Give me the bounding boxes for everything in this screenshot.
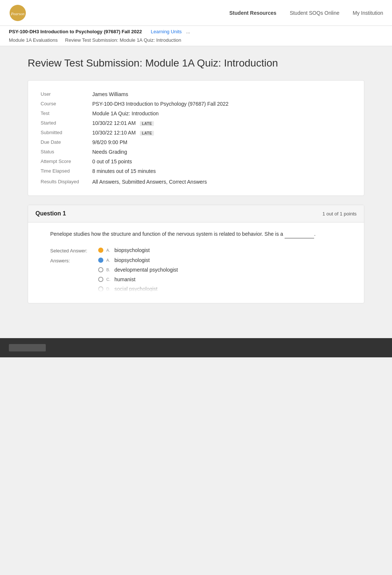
question-1-title: Question 1 — [35, 210, 66, 217]
selected-radio-dot — [98, 248, 103, 253]
question-1-text: Penelope studies how the structure and f… — [50, 230, 342, 238]
user-label: User — [38, 89, 90, 99]
breadcrumb-current: Review Test Submission: Module 1A Quiz: … — [65, 37, 181, 43]
status-value: Needs Grading — [90, 147, 354, 157]
option-letter-c: C. — [106, 277, 111, 282]
breadcrumb-module1a[interactable]: Module 1A Evaluations — [9, 37, 58, 43]
row-results: Results Displayed All Answers, Submitted… — [38, 176, 354, 187]
logo-area: Pearson — [9, 4, 30, 22]
score-label: Attempt Score — [38, 157, 90, 166]
radio-dot-c — [98, 277, 103, 282]
row-test: Test Module 1A Quiz: Introduction — [38, 109, 354, 118]
radio-dot-b — [98, 267, 103, 272]
row-started: Started 10/30/22 12:01 AM LATE — [38, 118, 354, 128]
question-1-section: Question 1 1 out of 1 points Penelope st… — [28, 205, 364, 303]
row-time: Time Elapsed 8 minutes out of 15 minutes — [38, 166, 354, 176]
header: Pearson Student Resources Student SOQs O… — [0, 0, 392, 26]
breadcrumb-course: PSY-100-DH3 Introduction to Psychology (… — [9, 29, 142, 34]
option-letter-b: B. — [106, 268, 111, 272]
results-value: All Answers, Submitted Answers, Correct … — [90, 176, 354, 187]
answers-options: A. biopsychologist B. developmental psyc… — [98, 257, 178, 292]
footer — [0, 338, 392, 357]
answer-option-b: B. developmental psychologist — [98, 267, 178, 273]
option-text-d: social psychologist — [114, 286, 158, 292]
main-content: Review Test Submission: Module 1A Quiz: … — [19, 46, 373, 323]
pearson-logo-icon: Pearson — [9, 4, 27, 22]
row-submitted: Submitted 10/30/22 12:10 AM LATE — [38, 128, 354, 137]
footer-logo — [9, 344, 46, 351]
breadcrumb-learning-units[interactable]: Learning Units — [151, 29, 182, 34]
selected-answer-row: Selected Answer: A. biopsychologist — [50, 247, 342, 254]
score-value: 0 out of 15 points — [90, 157, 354, 166]
submitted-late-badge: LATE — [140, 131, 154, 136]
question-1-points: 1 out of 1 points — [322, 211, 357, 217]
breadcrumb-row2: Module 1A Evaluations Review Test Submis… — [9, 37, 181, 43]
status-label: Status — [38, 147, 90, 157]
submission-info-card: User James Williams Course PSY-100-DH3 I… — [28, 80, 364, 196]
test-label: Test — [38, 109, 90, 118]
option-letter-d: D. — [106, 287, 111, 291]
nav-my-institution[interactable]: My Institution — [353, 10, 383, 16]
breadcrumb-bar: PSY-100-DH3 Introduction to Psychology (… — [0, 26, 392, 46]
radio-dot-d — [98, 286, 103, 292]
submitted-value: 10/30/22 12:10 AM LATE — [90, 128, 354, 137]
started-label: Started — [38, 118, 90, 128]
question-blank — [285, 230, 314, 238]
question-1-body: Penelope studies how the structure and f… — [28, 222, 364, 303]
answers-row: Answers: A. biopsychologist B. developme… — [50, 257, 342, 292]
option-text-a: biopsychologist — [114, 257, 150, 263]
answer-option-a: A. biopsychologist — [98, 257, 178, 263]
page-title: Review Test Submission: Module 1A Quiz: … — [28, 57, 364, 69]
row-score: Attempt Score 0 out of 15 points — [38, 157, 354, 166]
time-label: Time Elapsed — [38, 166, 90, 176]
selected-answer-option: A. biopsychologist — [98, 247, 150, 253]
row-status: Status Needs Grading — [38, 147, 354, 157]
time-value: 8 minutes out of 15 minutes — [90, 166, 354, 176]
started-value: 10/30/22 12:01 AM LATE — [90, 118, 354, 128]
nav-links: Student Resources Student SOQs Online My… — [229, 10, 383, 16]
option-text-c: humanist — [114, 276, 135, 282]
test-value: Module 1A Quiz: Introduction — [90, 109, 354, 118]
answer-option-c: C. humanist — [98, 276, 178, 282]
started-late-badge: LATE — [140, 121, 154, 126]
row-due: Due Date 9/6/20 9:00 PM — [38, 137, 354, 147]
selected-option-letter: A. — [106, 248, 111, 252]
answer-option-d: D. social psychologist — [98, 286, 178, 292]
selected-answer-options: A. biopsychologist — [98, 247, 150, 253]
due-label: Due Date — [38, 137, 90, 147]
nav-student-soqs[interactable]: Student SOQs Online — [290, 10, 340, 16]
nav-student-resources[interactable]: Student Resources — [229, 10, 276, 16]
results-label: Results Displayed — [38, 176, 90, 187]
course-value: PSY-100-DH3 Introduction to Psychology (… — [90, 99, 354, 109]
row-user: User James Williams — [38, 89, 354, 99]
due-value: 9/6/20 9:00 PM — [90, 137, 354, 147]
question-1-header: Question 1 1 out of 1 points — [28, 205, 364, 222]
course-label: Course — [38, 99, 90, 109]
answers-label: Answers: — [50, 258, 98, 263]
svg-text:Pearson: Pearson — [11, 11, 25, 16]
option-letter-a: A. — [106, 258, 111, 262]
selected-answer-label: Selected Answer: — [50, 248, 98, 254]
radio-dot-a — [98, 258, 103, 263]
user-value: James Williams — [90, 89, 354, 99]
option-text-b: developmental psychologist — [114, 267, 178, 273]
submitted-label: Submitted — [38, 128, 90, 137]
selected-option-text: biopsychologist — [114, 247, 150, 253]
submission-info-table: User James Williams Course PSY-100-DH3 I… — [38, 89, 354, 187]
row-course: Course PSY-100-DH3 Introduction to Psych… — [38, 99, 354, 109]
breadcrumb-more[interactable]: ... — [186, 29, 190, 34]
